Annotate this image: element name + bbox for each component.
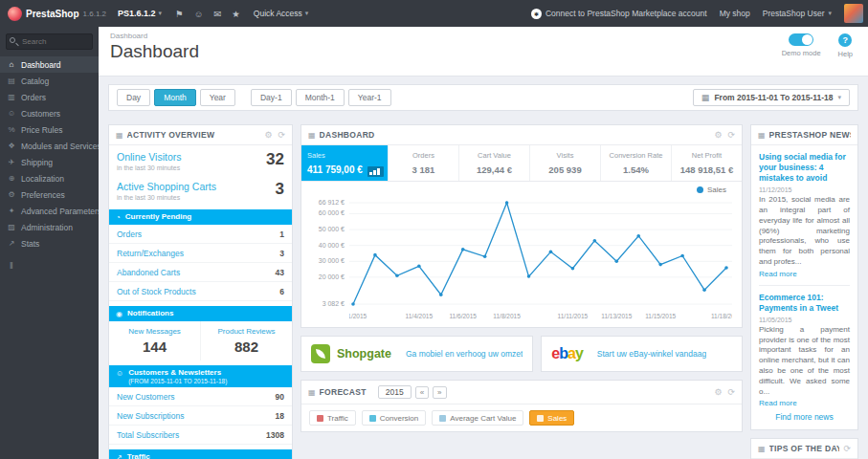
sidebar: ⌂ Dashboard ▤ Catalog ▥ Orders ☺ Custome…	[0, 27, 99, 459]
refresh-icon[interactable]: ⟳	[278, 130, 285, 140]
news-headline-link[interactable]: Ecommerce 101: Payments in a Tweet	[759, 293, 850, 314]
kpi-net-profit[interactable]: Net Profit 148 918,51 €	[671, 145, 742, 181]
help-control: ? Help	[838, 33, 853, 58]
kpi-visits[interactable]: Visits 205 939	[529, 145, 600, 181]
shop-name-dropdown[interactable]: PS1.6.1.2 ▾	[118, 9, 162, 18]
find-more-news-link[interactable]: Find more news	[759, 407, 850, 425]
sidebar-item-administration[interactable]: ▨ Administration	[0, 219, 99, 235]
sidebar-item-customers[interactable]: ☺ Customers	[0, 105, 99, 121]
user-avatar[interactable]	[844, 4, 863, 23]
read-more-link[interactable]: Read more	[759, 270, 797, 278]
orders-notification-icon[interactable]: ⚑	[175, 9, 184, 19]
forecast-year-select[interactable]: 2015	[378, 385, 412, 399]
demo-mode-toggle[interactable]	[789, 33, 813, 46]
refresh-icon[interactable]: ⟳	[727, 387, 735, 397]
dashboard-content: Day Month Year Day-1 Month-1 Year-1 ▦ Fr…	[99, 76, 868, 459]
sidebar-item-advanced-parameters[interactable]: ✦ Advanced Parameters	[0, 203, 99, 219]
dashboard-columns: ▦ ACTIVITY OVERVIEW ⚙ ⟳ Online Visitors …	[108, 124, 858, 459]
kpi-sales[interactable]: Sales 411 759,00 €	[301, 145, 388, 181]
forecast-legend-item[interactable]: Traffic	[309, 410, 356, 426]
filter-month-1-button[interactable]: Month-1	[296, 89, 345, 106]
out-of-stock-link[interactable]: Out of Stock Products	[117, 287, 196, 296]
y-axis-tick: 60 000 €	[319, 209, 345, 216]
brand-name: PrestaShop	[26, 9, 79, 19]
news-article: Ecommerce 101: Payments in a Tweet 11/05…	[759, 293, 850, 408]
kpi-conversion-rate[interactable]: Conversion Rate 1.54%	[600, 145, 671, 181]
kpi-row: Sales 411 759,00 € Orders 3 181 Cart Val…	[301, 145, 742, 182]
quick-access-label: Quick Access	[254, 9, 302, 18]
kpi-cart-value[interactable]: Cart Value 129,44 €	[458, 145, 529, 181]
sidebar-item-price-rules[interactable]: % Price Rules	[0, 121, 99, 138]
new-messages-cell[interactable]: New Messages 144	[109, 321, 201, 361]
online-visitors-link[interactable]: Online Visitors	[117, 151, 182, 163]
date-range-picker[interactable]: ▦ From 2015-11-01 To 2015-11-18 ▾	[693, 89, 850, 106]
filter-year-button[interactable]: Year	[200, 89, 235, 106]
new-subscriptions-value: 18	[276, 411, 284, 421]
sidebar-item-shipping[interactable]: ✈ Shipping	[0, 154, 99, 170]
forecast-legend-item[interactable]: Sales	[529, 410, 574, 426]
gear-icon[interactable]: ⚙	[264, 130, 272, 140]
gear-icon[interactable]: ⚙	[714, 387, 722, 397]
new-messages-label: New Messages	[113, 327, 196, 336]
pending-orders-link[interactable]: Orders	[117, 230, 142, 239]
marketplace-icon: ✱	[531, 9, 542, 19]
abandoned-carts-value: 43	[276, 268, 284, 277]
sidebar-item-orders[interactable]: ▥ Orders	[0, 89, 99, 105]
chart-plot: 11/1/201511/4/201511/6/201511/8/201511/1…	[349, 197, 732, 323]
sidebar-item-dashboard[interactable]: ⌂ Dashboard	[0, 56, 99, 73]
refresh-icon[interactable]: ⟳	[843, 444, 851, 453]
sidebar-item-stats[interactable]: ↗ Stats	[0, 235, 99, 251]
filter-year-1-button[interactable]: Year-1	[348, 89, 391, 106]
sidebar-item-modules[interactable]: ❖ Modules and Services	[0, 138, 99, 154]
help-icon[interactable]: ?	[838, 33, 852, 47]
filter-day-button[interactable]: Day	[117, 89, 150, 106]
conversion-swatch-icon	[369, 415, 376, 422]
ebay-promo-card[interactable]: ebay Start uw eBay-winkel vandaag	[541, 336, 743, 372]
forecast-legend-item[interactable]: Conversion	[362, 410, 426, 426]
shopgate-promo-card[interactable]: Shopgate Ga mobiel en verhoog uw omzet	[300, 336, 533, 372]
read-more-link[interactable]: Read more	[759, 399, 797, 407]
marketplace-label: Connect to PrestaShop Marketplace accoun…	[545, 9, 707, 18]
quick-access-dropdown[interactable]: Quick Access ▾	[254, 9, 309, 18]
refresh-icon[interactable]: ⟳	[727, 130, 735, 140]
sidebar-collapse-button[interactable]: ‖	[10, 261, 29, 271]
kpi-orders[interactable]: Orders 3 181	[388, 145, 458, 181]
panel-icon: ▦	[758, 131, 766, 140]
sidebar-item-catalog[interactable]: ▤ Catalog	[0, 73, 99, 89]
y-axis-tick: 50 000 €	[319, 226, 345, 232]
marketplace-link[interactable]: ✱ Connect to PrestaShop Marketplace acco…	[531, 9, 707, 19]
filter-month-button[interactable]: Month	[154, 89, 196, 106]
ebay-promo-link[interactable]: Start uw eBay-winkel vandaag	[597, 349, 706, 359]
forecast-prev-button[interactable]: «	[415, 386, 429, 399]
favorites-notification-icon[interactable]: ★	[232, 9, 240, 19]
abandoned-carts-link[interactable]: Abandoned Carts	[117, 268, 180, 277]
product-reviews-cell[interactable]: Product Reviews 882	[201, 321, 292, 361]
kpi-visits-label: Visits	[532, 151, 598, 160]
return-exchanges-link[interactable]: Return/Exchanges	[117, 249, 184, 258]
news-headline-link[interactable]: Using social media for your business: 4 …	[759, 152, 850, 184]
my-shop-link[interactable]: My shop	[720, 9, 750, 18]
new-subscriptions-link[interactable]: New Subscriptions	[117, 411, 184, 421]
user-menu-dropdown[interactable]: PrestaShop User ▾	[763, 9, 832, 18]
forecast-legend-item[interactable]: Average Cart Value	[432, 410, 523, 426]
y-axis-tick: 3 082 €	[323, 300, 345, 307]
forecast-next-button[interactable]: »	[433, 386, 446, 399]
gear-icon[interactable]: ⚙	[714, 130, 722, 140]
sidebar-item-localization[interactable]: ⊕ Localization	[0, 170, 99, 186]
total-subscribers-link[interactable]: Total Subscribers	[117, 430, 179, 440]
active-carts-link[interactable]: Active Shopping Carts	[117, 181, 216, 192]
shopgate-promo-link[interactable]: Ga mobiel en verhoog uw omzet	[406, 349, 523, 359]
search-input[interactable]	[6, 33, 93, 50]
brand-version: 1.6.1.2	[83, 10, 106, 18]
new-customers-link[interactable]: New Customers	[117, 392, 174, 402]
sidebar-item-preferences[interactable]: ⚙ Preferences	[0, 186, 99, 203]
breadcrumb[interactable]: Dashboard	[110, 32, 857, 40]
chevron-down-icon: ▾	[305, 10, 309, 17]
customers-notification-icon[interactable]: ☺	[194, 9, 204, 19]
messages-notification-icon[interactable]: ✉	[213, 9, 221, 19]
legend-dot-icon	[697, 186, 703, 193]
filter-day-1-button[interactable]: Day-1	[251, 89, 292, 106]
chart-legend[interactable]: Sales	[697, 186, 726, 194]
prestashop-logo[interactable]: PrestaShop 1.6.1.2	[0, 7, 114, 21]
x-axis-tick: 11/8/2015	[493, 313, 520, 319]
